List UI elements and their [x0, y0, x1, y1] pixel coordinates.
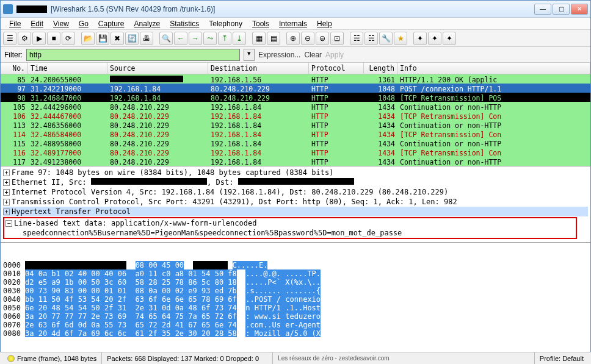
- menu-file[interactable]: File: [4, 18, 26, 29]
- col-destination[interactable]: Destination: [208, 63, 309, 74]
- menu-edit[interactable]: Edit: [26, 18, 48, 29]
- packet-row[interactable]: 8524.200655000192.168.1.56HTTP1361HTTP/1…: [1, 74, 590, 84]
- menu-help[interactable]: Help: [312, 18, 337, 29]
- options-icon[interactable]: ⚙: [18, 32, 31, 45]
- hex-row[interactable]: 001004 0a b1 02 40 00 40 06 a0 11 c0 a8 …: [3, 269, 588, 278]
- detail-formdata[interactable]: speedconnection%5Busername%5D=PigeonMan&…: [5, 228, 575, 238]
- save-icon[interactable]: 💾: [96, 32, 109, 45]
- expert-dot-icon[interactable]: [7, 355, 15, 362]
- detail-linebased[interactable]: −Line-based text data: application/x-www…: [5, 218, 575, 228]
- col-protocol[interactable]: Protocol: [309, 63, 364, 74]
- back-icon[interactable]: ←: [174, 32, 187, 45]
- hex-row[interactable]: 00702e 63 6f 6d 0d 0a 55 73 65 72 2d 41 …: [3, 321, 588, 329]
- title-bar: [Wireshark 1.6.5 (SVN Rev 40429 from /tr…: [1, 1, 590, 18]
- last-icon[interactable]: ⤓: [233, 32, 246, 45]
- app-icon: [3, 4, 13, 14]
- redacted-title-part: [16, 5, 47, 13]
- hex-row[interactable]: 000000 00 00 00 00 00 00 00 08 00 45 00 …: [3, 261, 588, 269]
- packet-row[interactable]: 10532.44429600080.248.210.229192.168.1.8…: [1, 102, 590, 111]
- window-title: [Wireshark 1.6.5 (SVN Rev 40429 from /tr…: [51, 5, 534, 13]
- first-icon[interactable]: ⤒: [218, 32, 231, 45]
- colorize-icon[interactable]: ▦: [252, 32, 266, 45]
- menu-analyze[interactable]: Analyze: [129, 18, 165, 29]
- filter-bar: Filter: ▾ Expression... Clear Apply: [1, 47, 590, 63]
- goto-icon[interactable]: ⤳: [203, 32, 217, 45]
- restart-icon[interactable]: ⟳: [62, 32, 75, 45]
- status-profile[interactable]: Profile: Default: [535, 352, 589, 364]
- col-info[interactable]: Info: [397, 63, 590, 74]
- detail-ip[interactable]: +Internet Protocol Version 4, Src: 192.1…: [3, 187, 588, 197]
- interfaces-icon[interactable]: ☰: [3, 32, 16, 45]
- filters-icon[interactable]: ☵: [350, 32, 363, 45]
- print-icon[interactable]: 🖶: [140, 32, 153, 45]
- menu-go[interactable]: Go: [74, 18, 93, 29]
- status-packets: Packets: 668 Displayed: 137 Marked: 0 Dr…: [102, 352, 273, 364]
- maximize-button[interactable]: ▢: [553, 4, 570, 15]
- hex-pane[interactable]: 000000 00 00 00 00 00 00 00 08 00 45 00 …: [1, 243, 590, 337]
- menu-capture[interactable]: Capture: [93, 18, 129, 29]
- packet-row[interactable]: 11332.48635600080.248.210.229192.168.1.8…: [1, 120, 590, 129]
- highlighted-form-data: −Line-based text data: application/x-www…: [3, 217, 577, 239]
- find-icon[interactable]: 🔍: [159, 32, 173, 45]
- packet-row[interactable]: 10632.44446700080.248.210.229192.168.1.8…: [1, 111, 590, 120]
- resize-cols-icon[interactable]: ⊡: [330, 32, 344, 45]
- forward-icon[interactable]: →: [189, 32, 202, 45]
- status-credit: Les réseaux de zéro - zestedesavoir.com: [273, 352, 535, 364]
- hex-row[interactable]: 00603a 20 77 77 77 2e 73 69 74 65 64 75 …: [3, 312, 588, 321]
- status-bar: Frame (frame), 1048 bytes Packets: 668 D…: [0, 352, 591, 364]
- misc2-icon[interactable]: ✦: [428, 32, 441, 45]
- start-capture-icon[interactable]: ▶: [32, 32, 46, 45]
- packet-row[interactable]: 9831.246847000192.168.1.8480.248.210.229…: [1, 93, 590, 102]
- window-buttons: — ▢ ✕: [534, 4, 588, 15]
- detail-frame[interactable]: +Frame 97: 1048 bytes on wire (8384 bits…: [3, 168, 588, 177]
- hex-row[interactable]: 0020d2 e5 a9 1b 00 50 3c 60 58 28 25 78 …: [3, 278, 588, 287]
- detail-tcp[interactable]: +Transmission Control Protocol, Src Port…: [3, 197, 588, 207]
- menu-bar: File Edit View Go Capture Analyze Statis…: [1, 18, 590, 30]
- col-source[interactable]: Source: [107, 63, 208, 74]
- packet-details[interactable]: +Frame 97: 1048 bytes on wire (8384 bits…: [1, 166, 590, 243]
- prefs-icon[interactable]: 🔧: [379, 32, 393, 45]
- autoscroll-icon[interactable]: ▤: [267, 32, 280, 45]
- coloring-rules-icon[interactable]: ☵: [364, 32, 378, 45]
- hex-row[interactable]: 003000 73 90 83 00 00 01 01 08 0a 00 02 …: [3, 287, 588, 295]
- menu-tools[interactable]: Tools: [247, 18, 274, 29]
- stop-capture-icon[interactable]: ■: [47, 32, 60, 45]
- packet-list[interactable]: No. Time Source Destination Protocol Len…: [1, 63, 590, 166]
- expression-button[interactable]: Expression...: [258, 51, 300, 59]
- close-file-icon[interactable]: ✖: [111, 32, 124, 45]
- menu-statistics[interactable]: Statistics: [165, 18, 204, 29]
- reload-icon[interactable]: 🔄: [125, 32, 139, 45]
- clear-button[interactable]: Clear: [304, 51, 322, 59]
- filter-dropdown[interactable]: ▾: [244, 49, 255, 61]
- zoom-out-icon[interactable]: ⊖: [301, 32, 314, 45]
- col-length[interactable]: Length: [364, 63, 397, 74]
- menu-telephony[interactable]: Telephony: [204, 18, 247, 29]
- menu-view[interactable]: View: [48, 18, 74, 29]
- detail-ethernet[interactable]: +Ethernet II, Src: , Dst:: [3, 177, 588, 187]
- packet-row[interactable]: 11732.49123800080.248.210.229192.168.1.8…: [1, 157, 590, 166]
- col-no[interactable]: No.: [1, 63, 28, 74]
- packet-list-header: No. Time Source Destination Protocol Len…: [1, 63, 590, 74]
- packet-row[interactable]: 11432.48658400080.248.210.229192.168.1.8…: [1, 129, 590, 138]
- close-button[interactable]: ✕: [571, 4, 588, 15]
- help-icon[interactable]: ★: [394, 32, 407, 45]
- zoom-100-icon[interactable]: ⊜: [316, 32, 329, 45]
- minimize-button[interactable]: —: [534, 4, 551, 15]
- filter-input[interactable]: [26, 49, 240, 61]
- hex-row[interactable]: 00506e 20 48 54 54 50 2f 31 2e 31 0d 0a …: [3, 304, 588, 312]
- zoom-in-icon[interactable]: ⊕: [286, 32, 300, 45]
- open-icon[interactable]: 📂: [81, 32, 95, 45]
- menu-internals[interactable]: Internals: [274, 18, 312, 29]
- packet-row[interactable]: 11632.48917700080.248.210.229192.168.1.8…: [1, 148, 590, 157]
- detail-http[interactable]: +Hypertext Transfer Protocol: [3, 207, 588, 216]
- hex-row[interactable]: 0040bb 11 50 4f 53 54 20 2f 63 6f 6e 6e …: [3, 295, 588, 304]
- status-frame: Frame (frame), 1048 bytes: [2, 352, 102, 364]
- apply-button[interactable]: Apply: [325, 51, 344, 59]
- packet-row[interactable]: 9731.242219000192.168.1.8480.248.210.229…: [1, 84, 590, 93]
- packet-row[interactable]: 11532.48895800080.248.210.229192.168.1.8…: [1, 138, 590, 148]
- hex-row[interactable]: 00803a 20 4d 6f 7a 69 6c 6c 61 2f 35 2e …: [3, 329, 588, 337]
- misc3-icon[interactable]: ✦: [443, 32, 456, 45]
- col-time[interactable]: Time: [28, 63, 107, 74]
- misc1-icon[interactable]: ✦: [413, 32, 427, 45]
- main-toolbar: ☰ ⚙ ▶ ■ ⟳ 📂 💾 ✖ 🔄 🖶 🔍 ← → ⤳ ⤒ ⤓ ▦ ▤ ⊕ ⊖ …: [1, 30, 590, 47]
